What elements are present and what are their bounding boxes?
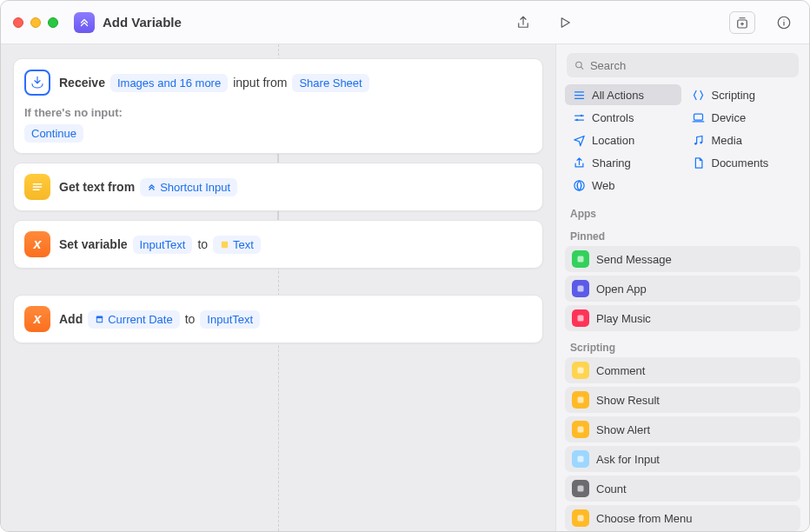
pinned-header: Pinned [556, 223, 809, 246]
library-toggle-button[interactable] [729, 11, 755, 34]
controls-icon [572, 110, 586, 124]
category-label: Location [592, 134, 634, 147]
action-label: Count [596, 482, 627, 495]
setvar-label: Set variable [59, 237, 128, 251]
category-grid: All ActionsScriptingControlsDeviceLocati… [556, 84, 809, 201]
svg-rect-13 [578, 256, 584, 263]
category-label: Scripting [712, 89, 756, 102]
category-controls[interactable]: Controls [565, 107, 681, 128]
action-icon [572, 280, 589, 297]
category-location[interactable]: Location [565, 130, 681, 150]
scripting-item[interactable]: Count [565, 475, 800, 502]
category-sharing[interactable]: Sharing [565, 152, 681, 173]
action-add-to-variable[interactable]: x Add Current Date to InputText [13, 295, 543, 343]
editor-canvas[interactable]: Receive Images and 16 more input from Sh… [1, 44, 555, 531]
receive-icon [24, 70, 50, 96]
window-controls [13, 17, 58, 28]
addvar-label: Add [59, 312, 83, 326]
addvar-value-token-label: Current Date [108, 313, 172, 326]
search-input[interactable] [590, 59, 792, 72]
minimize-window-button[interactable] [30, 17, 41, 28]
get-text-input-token-label: Shortcut Input [160, 181, 230, 194]
no-input-action-token[interactable]: Continue [24, 124, 83, 143]
documents-icon [692, 156, 706, 170]
apps-header: Apps [556, 201, 809, 223]
category-scripting[interactable]: Scripting [685, 84, 801, 105]
category-label: Documents [712, 156, 769, 170]
pinned-item[interactable]: Play Music [565, 305, 800, 331]
action-set-variable[interactable]: x Set variable InputText to Text [13, 220, 543, 269]
info-button[interactable] [771, 11, 797, 34]
share-button[interactable] [510, 11, 536, 34]
category-label: Web [592, 179, 615, 192]
action-get-text[interactable]: Get text from Shortcut Input [13, 163, 543, 211]
toolbar-right [510, 11, 797, 34]
action-icon [572, 509, 589, 527]
category-label: Media [712, 134, 742, 147]
scripting-item[interactable]: Show Result [565, 387, 800, 413]
pinned-item[interactable]: Open App [565, 276, 800, 302]
action-icon [572, 450, 589, 468]
receive-label: Receive [59, 76, 105, 90]
shortcut-app-icon [74, 12, 95, 33]
action-icon [572, 480, 589, 497]
category-web[interactable]: Web [565, 175, 681, 196]
svg-rect-4 [96, 316, 103, 317]
scripting-item[interactable]: Ask for Input [565, 446, 800, 472]
action-label: Open App [596, 283, 647, 296]
svg-rect-20 [578, 486, 584, 492]
setvar-name-token[interactable]: InputText [133, 236, 193, 254]
action-icon [572, 362, 589, 379]
scripting-header: Scripting [556, 335, 809, 357]
addvar-name-token[interactable]: InputText [200, 310, 260, 329]
web-icon [572, 178, 586, 192]
svg-point-11 [700, 141, 702, 143]
search-icon [574, 59, 585, 71]
variable-icon: x [24, 306, 50, 332]
svg-rect-2 [222, 241, 228, 247]
addvar-value-token[interactable]: Current Date [88, 310, 179, 329]
action-label: Choose from Menu [596, 512, 693, 525]
svg-rect-16 [578, 368, 584, 374]
zoom-window-button[interactable] [48, 17, 58, 28]
category-media[interactable]: Media [685, 130, 801, 150]
svg-point-8 [575, 118, 578, 121]
category-label: Device [712, 111, 747, 124]
category-documents[interactable]: Documents [685, 152, 801, 173]
app-window: Add Variable [0, 0, 810, 532]
search-field[interactable] [567, 53, 799, 77]
svg-point-10 [694, 142, 697, 144]
setvar-to-label: to [197, 237, 208, 251]
setvar-value-token-label: Text [233, 238, 254, 251]
scripting-item[interactable]: Comment [565, 357, 800, 383]
category-label: All Actions [592, 89, 644, 102]
category-device[interactable]: Device [685, 107, 801, 128]
action-icon [572, 309, 589, 327]
svg-point-6 [576, 62, 581, 67]
action-label: Ask for Input [596, 453, 660, 466]
all-icon [572, 88, 586, 102]
scripting-item[interactable]: Choose from Menu [565, 505, 800, 531]
action-label: Show Result [596, 394, 660, 407]
location-icon [572, 133, 586, 147]
get-text-input-token[interactable]: Shortcut Input [140, 178, 237, 196]
action-icon [572, 250, 589, 268]
action-label: Show Alert [596, 423, 650, 436]
receive-types-token[interactable]: Images and 16 more [110, 74, 228, 92]
pinned-item[interactable]: Send Message [565, 246, 800, 272]
scripting-item[interactable]: Show Alert [565, 416, 800, 442]
receive-source-token[interactable]: Share Sheet [292, 74, 368, 92]
action-icon [572, 421, 589, 438]
category-all[interactable]: All Actions [565, 84, 681, 105]
svg-rect-21 [578, 515, 584, 522]
run-button[interactable] [552, 11, 578, 34]
scripting-icon [692, 88, 706, 102]
close-window-button[interactable] [13, 17, 23, 28]
setvar-value-token[interactable]: Text [213, 236, 261, 254]
variable-icon: x [24, 231, 50, 257]
get-text-label: Get text from [59, 180, 135, 194]
addvar-to-label: to [185, 312, 196, 326]
category-label: Controls [592, 111, 634, 124]
action-receive-input[interactable]: Receive Images and 16 more input from Sh… [13, 58, 543, 154]
svg-rect-18 [578, 427, 584, 433]
